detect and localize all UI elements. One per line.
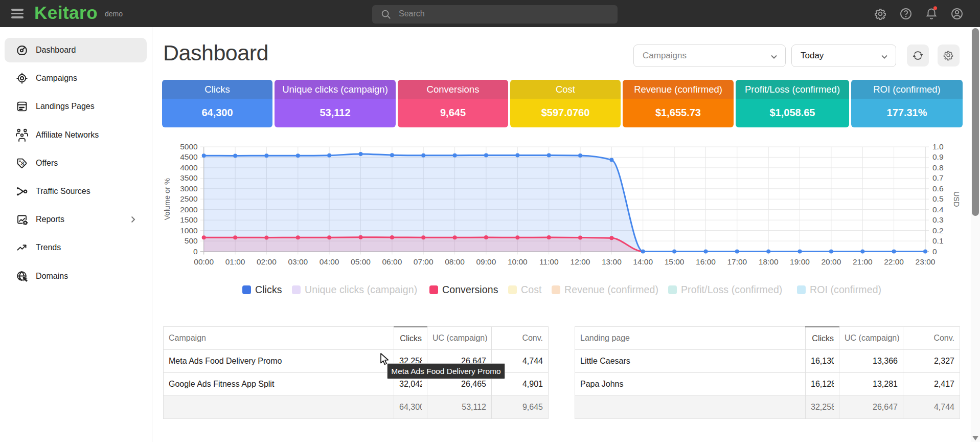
svg-text:02:00: 02:00 [257, 257, 277, 266]
svg-text:4500: 4500 [180, 152, 198, 161]
svg-text:500: 500 [185, 236, 198, 245]
svg-text:0: 0 [932, 247, 937, 256]
svg-text:2500: 2500 [180, 194, 198, 203]
svg-text:07:00: 07:00 [414, 257, 434, 266]
svg-text:1500: 1500 [180, 215, 198, 224]
svg-text:13:00: 13:00 [602, 257, 622, 266]
svg-text:Volume or %: Volume or % [163, 178, 171, 220]
svg-text:09:00: 09:00 [476, 257, 496, 266]
svg-text:1.0: 1.0 [932, 142, 944, 151]
svg-text:08:00: 08:00 [445, 257, 465, 266]
svg-text:14:00: 14:00 [633, 257, 653, 266]
svg-text:10:00: 10:00 [508, 257, 528, 266]
svg-text:1000: 1000 [180, 226, 198, 235]
svg-text:20:00: 20:00 [822, 257, 841, 266]
svg-text:17:00: 17:00 [727, 257, 747, 266]
svg-text:00:00: 00:00 [194, 257, 214, 266]
svg-text:22:00: 22:00 [884, 257, 904, 266]
svg-text:0.7: 0.7 [932, 173, 944, 182]
svg-text:USD: USD [952, 191, 961, 207]
svg-text:2000: 2000 [180, 205, 198, 214]
svg-text:15:00: 15:00 [665, 257, 685, 266]
svg-text:5000: 5000 [180, 142, 198, 151]
svg-text:03:00: 03:00 [288, 257, 308, 266]
svg-text:0.5: 0.5 [932, 194, 944, 203]
svg-text:01:00: 01:00 [225, 257, 245, 266]
svg-text:3500: 3500 [180, 173, 198, 182]
svg-text:05:00: 05:00 [351, 257, 371, 266]
svg-text:0.4: 0.4 [932, 205, 944, 214]
svg-text:0: 0 [193, 247, 198, 256]
svg-text:11:00: 11:00 [539, 257, 559, 266]
svg-text:4000: 4000 [180, 163, 198, 172]
svg-text:0.6: 0.6 [932, 184, 944, 193]
svg-text:06:00: 06:00 [382, 257, 402, 266]
svg-text:0.3: 0.3 [932, 215, 944, 224]
svg-text:0.8: 0.8 [932, 163, 944, 172]
svg-text:04:00: 04:00 [320, 257, 339, 266]
svg-text:19:00: 19:00 [790, 257, 810, 266]
svg-text:21:00: 21:00 [853, 257, 873, 266]
svg-text:12:00: 12:00 [571, 257, 590, 266]
svg-text:0.2: 0.2 [932, 226, 944, 235]
svg-text:0.9: 0.9 [932, 152, 944, 161]
svg-text:16:00: 16:00 [696, 257, 716, 266]
svg-text:3000: 3000 [180, 184, 198, 193]
svg-text:18:00: 18:00 [759, 257, 779, 266]
svg-text:0.1: 0.1 [932, 236, 944, 245]
svg-text:23:00: 23:00 [916, 257, 936, 266]
